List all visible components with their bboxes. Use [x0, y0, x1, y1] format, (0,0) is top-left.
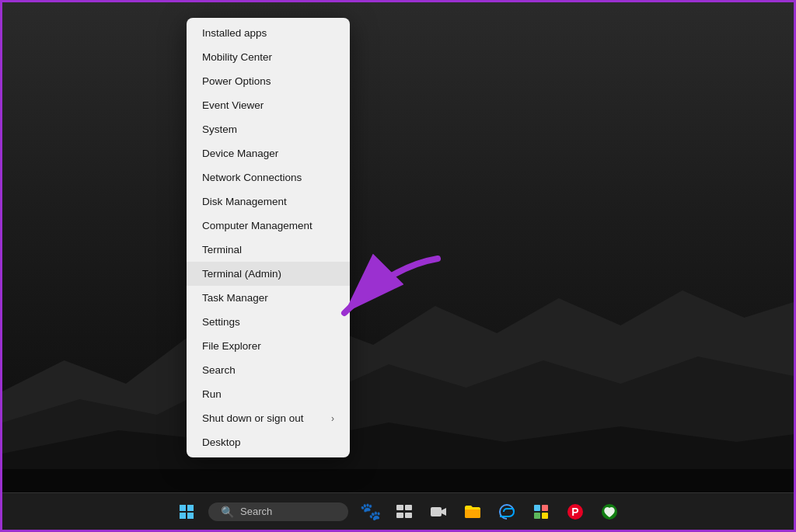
- svg-rect-16: [534, 513, 540, 519]
- menu-item-terminal-admin[interactable]: Terminal (Admin): [187, 262, 350, 286]
- menu-label-desktop: Desktop: [202, 436, 241, 448]
- menu-item-terminal[interactable]: Terminal: [187, 238, 350, 262]
- menu-label-disk-management: Disk Management: [202, 196, 287, 207]
- file-explorer-button[interactable]: [457, 496, 488, 527]
- menu-arrow-shut-down: ›: [331, 413, 334, 424]
- menu-label-task-manager: Task Manager: [202, 292, 268, 304]
- menu-label-terminal-admin: Terminal (Admin): [202, 268, 281, 280]
- svg-text:P: P: [571, 506, 578, 518]
- menu-label-event-viewer: Event Viewer: [202, 99, 264, 111]
- menu-item-computer-management[interactable]: Computer Management: [187, 214, 350, 238]
- desktop: [2, 2, 794, 530]
- menu-label-shut-down: Shut down or sign out: [202, 412, 304, 424]
- svg-rect-8: [187, 513, 194, 519]
- svg-rect-15: [542, 505, 548, 511]
- svg-rect-6: [187, 505, 194, 511]
- menu-label-computer-management: Computer Management: [202, 220, 312, 231]
- svg-rect-12: [405, 513, 412, 518]
- menu-item-system[interactable]: System: [187, 117, 350, 141]
- context-menu: Installed appsMobility CenterPower Optio…: [187, 18, 350, 457]
- svg-rect-14: [534, 505, 540, 511]
- svg-rect-3: [2, 469, 794, 492]
- menu-item-disk-management[interactable]: Disk Management: [187, 190, 350, 214]
- svg-rect-13: [431, 507, 442, 516]
- menu-item-event-viewer[interactable]: Event Viewer: [187, 93, 350, 117]
- paw-button[interactable]: 🐾: [354, 496, 386, 527]
- menu-item-device-manager[interactable]: Device Manager: [187, 141, 350, 165]
- menu-label-mobility-center: Mobility Center: [202, 51, 272, 63]
- menu-item-task-manager[interactable]: Task Manager: [187, 286, 350, 310]
- menu-item-installed-apps[interactable]: Installed apps: [187, 21, 350, 45]
- menu-item-desktop[interactable]: Desktop: [187, 430, 350, 454]
- menu-label-system: System: [202, 123, 237, 135]
- svg-rect-7: [180, 513, 186, 519]
- search-bar[interactable]: 🔍 Search: [208, 502, 348, 521]
- search-icon: 🔍: [221, 506, 234, 518]
- menu-item-power-options[interactable]: Power Options: [187, 69, 350, 93]
- start-button[interactable]: [171, 496, 202, 527]
- menu-item-settings[interactable]: Settings: [187, 310, 350, 334]
- menu-label-device-manager: Device Manager: [202, 148, 278, 159]
- task-view-button[interactable]: [389, 496, 420, 527]
- search-label: Search: [240, 506, 272, 517]
- svg-rect-9: [396, 505, 403, 510]
- menu-item-search[interactable]: Search: [187, 358, 350, 382]
- menu-item-shut-down[interactable]: Shut down or sign out›: [187, 406, 350, 430]
- chat-button[interactable]: [423, 496, 454, 527]
- mountain-background: [2, 221, 794, 492]
- menu-label-network-connections: Network Connections: [202, 172, 302, 183]
- menu-label-run: Run: [202, 388, 222, 400]
- store-button[interactable]: [525, 496, 557, 527]
- svg-rect-10: [405, 505, 412, 510]
- menu-item-mobility-center[interactable]: Mobility Center: [187, 45, 350, 69]
- svg-rect-17: [542, 513, 548, 519]
- svg-rect-11: [396, 513, 403, 518]
- svg-rect-5: [180, 505, 186, 511]
- menu-item-file-explorer[interactable]: File Explorer: [187, 334, 350, 358]
- menu-label-search: Search: [202, 364, 236, 376]
- pinterest-button[interactable]: P: [560, 496, 591, 527]
- paw-icon: 🐾: [360, 502, 381, 522]
- menu-label-settings: Settings: [202, 316, 240, 328]
- menu-label-terminal: Terminal: [202, 244, 242, 256]
- menu-item-network-connections[interactable]: Network Connections: [187, 165, 350, 190]
- menu-label-power-options: Power Options: [202, 75, 271, 87]
- menu-item-run[interactable]: Run: [187, 382, 350, 406]
- menu-label-file-explorer: File Explorer: [202, 340, 261, 352]
- xbox-button[interactable]: [594, 496, 625, 527]
- edge-button[interactable]: [491, 496, 522, 527]
- menu-label-installed-apps: Installed apps: [202, 27, 267, 39]
- taskbar: 🔍 Search 🐾: [2, 492, 794, 530]
